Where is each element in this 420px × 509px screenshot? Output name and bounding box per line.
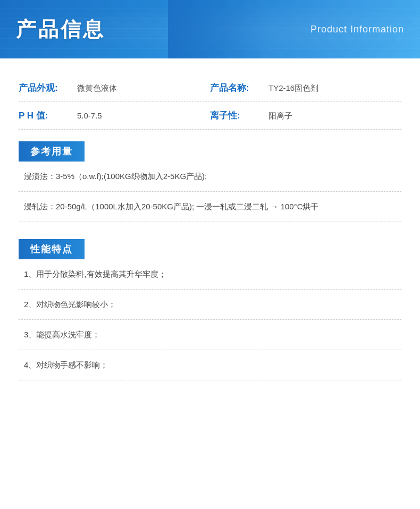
dosage-section: 参考用量 浸渍法：3-5%（o.w.f);(100KG织物加入2-5KG产品);… — [19, 130, 401, 222]
feature-item-2: 3、能提高水洗牢度； — [19, 320, 401, 350]
ph-label: P H 值: — [19, 109, 66, 122]
header-banner: 产品信息 Product Information — [0, 0, 420, 58]
info-row-appearance-name: 产品外观: 微黄色液体 产品名称: TY2-16固色剂 — [19, 74, 401, 102]
features-section-header: 性能特点 — [19, 239, 85, 259]
info-cell-appearance: 产品外观: 微黄色液体 — [19, 82, 210, 94]
header-title-cn: 产品信息 — [16, 16, 105, 43]
feature-item-3: 4、对织物手感不影响； — [19, 350, 401, 380]
feature-item-0: 1、用于分散染料,有效提高其升华牢度； — [19, 259, 401, 290]
info-cell-ionic: 离子性: 阳离子 — [210, 109, 401, 122]
header-title-en: Product Information — [310, 24, 404, 35]
info-row-ph-ionic: P H 值: 5.0-7.5 离子性: 阳离子 — [19, 102, 401, 130]
ionic-label: 离子性: — [210, 109, 258, 122]
feature-item-1: 2、对织物色光影响较小； — [19, 290, 401, 320]
info-cell-ph: P H 值: 5.0-7.5 — [19, 109, 210, 122]
dosage-item-0: 浸渍法：3-5%（o.w.f);(100KG织物加入2-5KG产品); — [19, 162, 401, 192]
features-section: 性能特点 1、用于分散染料,有效提高其升华牢度； 2、对织物色光影响较小； 3、… — [19, 227, 401, 380]
appearance-label: 产品外观: — [19, 82, 66, 94]
ph-value: 5.0-7.5 — [77, 111, 210, 120]
product-name-label: 产品名称: — [210, 82, 258, 94]
appearance-value: 微黄色液体 — [77, 83, 210, 94]
ionic-value: 阳离子 — [268, 111, 401, 121]
main-content: 产品外观: 微黄色液体 产品名称: TY2-16固色剂 P H 值: 5.0-7… — [0, 58, 420, 396]
dosage-section-header: 参考用量 — [19, 141, 85, 162]
info-cell-name: 产品名称: TY2-16固色剂 — [210, 82, 401, 94]
product-name-value: TY2-16固色剂 — [268, 83, 401, 94]
dosage-item-1: 浸轧法：20-50g/L（1000L水加入20-50KG产品); 一浸一轧或二浸… — [19, 192, 401, 222]
